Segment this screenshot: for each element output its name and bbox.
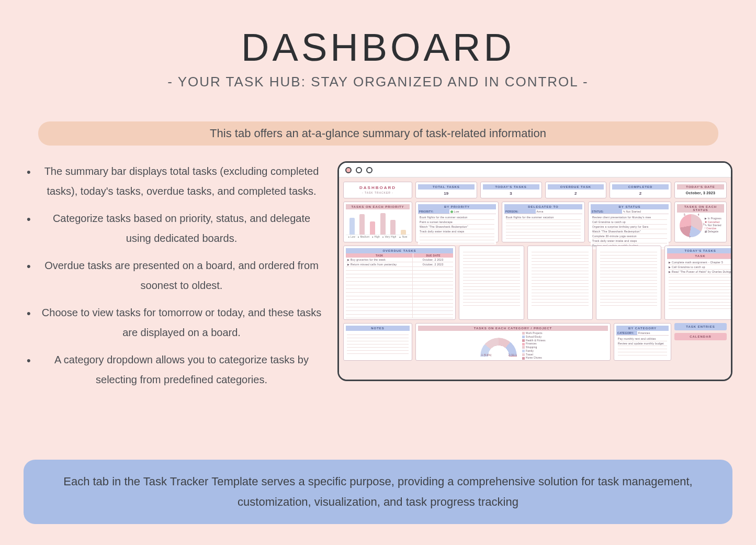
list-item: Review client presentation for Monday's …	[592, 215, 667, 220]
today-tasks-card: TODAY'S TASKS TASK ▶ Complete math assig…	[664, 246, 732, 320]
card-header: OVERDUE TASKS	[346, 248, 453, 253]
bullet-item: Choose to view tasks for tomorrow or tod…	[24, 303, 322, 342]
card-header: TASKS ON EACH STATUS	[677, 204, 724, 213]
chart-label: 2 (11.1%)	[509, 354, 517, 357]
pie-label: 5	[684, 213, 685, 216]
card-header: DELEGATED TO	[504, 204, 582, 209]
category-selector[interactable]: CATEGORY: Finances	[616, 331, 669, 335]
list-item: ▶ Complete math assignment - Chapter 5	[669, 260, 732, 265]
feature-bullets: The summary bar displays total tasks (ex…	[24, 161, 322, 397]
kpi-today-tasks: TODAY'S TASKS 3	[480, 182, 542, 198]
card-header: BY PRIORITY	[418, 204, 496, 209]
list-item: Watch "The Shawshank Redemption"	[420, 225, 494, 229]
bar	[359, 214, 365, 235]
kpi-label: TODAY'S TASKS	[483, 184, 539, 190]
bullet-item: A category dropdown allows you to catego…	[24, 350, 322, 390]
window-dot-icon	[356, 167, 362, 173]
bullet-item: Overdue tasks are presented on a board, …	[24, 255, 322, 295]
selector-label: PRIORITY:	[418, 209, 449, 214]
list-item: Organize a surprise birthday party for S…	[592, 225, 667, 229]
delegated-card: DELEGATED TO PERSON: Anna Book flights f…	[502, 202, 585, 242]
bullet-item: The summary bar displays total tasks (ex…	[24, 161, 322, 201]
bar-chart	[346, 209, 410, 235]
kpi-value: October, 3 2023	[677, 191, 724, 195]
bar	[370, 221, 375, 235]
priority-selector[interactable]: PRIORITY: Low	[418, 209, 496, 214]
bar	[401, 230, 406, 235]
selector-value: Finances	[637, 331, 669, 335]
pie-label: 7	[689, 236, 691, 239]
bar	[349, 218, 355, 235]
table-row: ▶ Return missed calls from yesterdayOcto…	[346, 262, 453, 267]
bar	[380, 213, 386, 235]
kpi-completed-tasks: COMPLETED 2	[610, 182, 671, 198]
by-category-card: BY CATEGORY CATEGORY: Finances Pay month…	[614, 323, 671, 361]
list-item: ▶ Call Grandma to catch up	[669, 265, 732, 270]
kpi-total-tasks: TOTAL TASKS 19	[415, 182, 477, 198]
selector-label: STATUS:	[591, 209, 622, 214]
kpi-label: TODAY'S DATE	[677, 184, 724, 190]
selector-label: CATEGORY:	[616, 331, 637, 335]
chart-label: 1 (5.6%)	[481, 354, 491, 357]
calendar-button[interactable]: CALENDAR	[674, 333, 727, 340]
selector-value: Anna	[536, 209, 582, 214]
card-header: NOTES	[346, 326, 410, 331]
table-row: ▶ Buy groceries for the weekOctober, 2 2…	[346, 258, 453, 262]
kpi-label: OVERDUE TASK	[548, 184, 604, 190]
nav-buttons: TASK ENTRIES CALENDAR	[674, 323, 727, 361]
table-header: TASKDUE DATE	[346, 253, 453, 258]
list-item: Track daily water intake and steps	[592, 239, 667, 243]
person-selector[interactable]: PERSON: Anna	[504, 209, 582, 214]
status-chart-card: TASKS ON EACH STATUS 5 4 1 7 ▶ In Progre…	[674, 202, 727, 242]
kpi-value: 2	[548, 191, 604, 196]
pie-label: 4	[698, 213, 699, 216]
kpi-today-date: TODAY'S DATE October, 3 2023	[674, 182, 727, 198]
kpi-value: 19	[418, 191, 475, 196]
delegated-tall	[527, 246, 593, 320]
card-header: TASKS ON EACH PRIORITY	[346, 204, 410, 209]
by-status-card: BY STATUS STATUS: ✎ Not Started Review c…	[588, 202, 671, 242]
page-subtitle: - YOUR TASK HUB: STAY ORGANIZED AND IN C…	[0, 74, 756, 90]
window-titlebar	[339, 163, 731, 177]
priority-chart-card: TASKS ON EACH PRIORITY ● Low ● Medium ● …	[343, 202, 412, 242]
window-dot-icon	[345, 167, 352, 173]
dashboard-screenshot: DASHBOARD - TASK TRACKER - TOTAL TASKS 1…	[337, 161, 732, 381]
kpi-label: COMPLETED	[612, 184, 669, 190]
pie-chart	[680, 214, 703, 237]
list-item: Call Grandma to catch up	[592, 220, 667, 225]
by-priority-tall	[459, 246, 524, 320]
card-header: TASKS ON EACH CATEGORY / PROJECT	[418, 326, 608, 331]
list-item: Book flights for the summer vacation	[420, 215, 494, 220]
chart-legend: Work Projects School/Study Health & Fitn…	[522, 332, 546, 360]
card-header: BY CATEGORY	[616, 326, 669, 331]
dashboard-subheading: - TASK TRACKER -	[346, 191, 410, 194]
status-selector[interactable]: STATUS: ✎ Not Started	[591, 209, 669, 214]
task-entries-button[interactable]: TASK ENTRIES	[674, 323, 727, 330]
bullet-item: Categorize tasks based on priority, stat…	[24, 208, 322, 248]
kpi-overdue-tasks: OVERDUE TASK 2	[545, 182, 607, 198]
bar	[390, 220, 396, 235]
list-item: Review and update monthly budget	[618, 341, 667, 346]
list-item: ▶ Read "The Power of Habit" by Charles D…	[669, 270, 732, 274]
table-header: TASK	[667, 253, 732, 259]
page-title: DASHBOARD	[0, 0, 756, 70]
window-dot-icon	[366, 167, 373, 173]
list-item: Track daily water intake and steps	[420, 229, 494, 234]
selector-value: ✎ Not Started	[622, 209, 669, 214]
list-item: Watch "The Shawshank Redemption"	[592, 229, 667, 234]
selector-label: PERSON:	[504, 209, 536, 214]
by-status-tall	[596, 246, 661, 320]
overdue-tasks-card: OVERDUE TASKS TASKDUE DATE ▶ Buy groceri…	[343, 246, 456, 320]
dashboard-title-card: DASHBOARD - TASK TRACKER -	[343, 182, 412, 198]
list-item: Book flights for the summer vacation	[506, 215, 581, 220]
chart-legend: ● Low ● Medium ● High ● Very High ▲ Now	[346, 235, 410, 239]
donut-chart: 1 (5.6%) 2 (11.1%)	[480, 336, 517, 357]
notes-card: NOTES	[343, 323, 412, 361]
list-item: Paint a sunset landscape	[420, 220, 494, 225]
footer-banner: Each tab in the Task Tracker Template se…	[24, 460, 732, 524]
by-priority-card: BY PRIORITY PRIORITY: Low Book flights f…	[415, 202, 499, 242]
dashboard-heading: DASHBOARD	[346, 185, 410, 190]
category-chart-card: TASKS ON EACH CATEGORY / PROJECT 1 (5.6%…	[415, 323, 611, 361]
card-header: BY STATUS	[591, 204, 669, 209]
chart-legend: ▶ In Progress ✖ Cancelled ✎ Not Started …	[705, 217, 721, 233]
